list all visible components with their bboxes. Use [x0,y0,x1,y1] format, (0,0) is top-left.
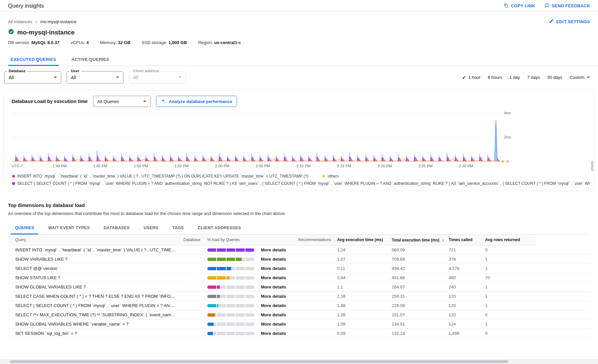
load-bar-segment [245,276,254,280]
total-execution-time-cell: 259.31 [388,292,445,301]
dim-tab-tags[interactable]: TAGS [165,221,191,234]
load-bar-fill [207,304,216,307]
meta-value: us-central1-c [214,40,241,45]
chevron-down-icon [116,77,119,78]
svg-text:4ms: 4ms [504,112,511,115]
avg-rows-returned-cell: 1 [482,283,536,292]
more-details-link[interactable]: More details [261,247,286,252]
database-cell [180,283,204,292]
load-percentage-bar [207,258,254,261]
table-header-row: QueryDatabase% load by QueriesRecommenda… [8,234,590,245]
dim-tab-wait-event-types[interactable]: WAIT EVENT TYPES [41,221,97,234]
load-bar-fill [207,295,216,298]
chevron-down-icon [143,101,146,102]
more-details-link[interactable]: More details [261,331,286,336]
column-header-avg-rows-returned[interactable]: Avg rows returned [482,234,536,245]
more-details-link[interactable]: More details [261,285,286,289]
filter-value: All [9,75,14,80]
time-range-7-days[interactable]: 7 days [527,75,540,80]
dim-tab-databases[interactable]: DATABASES [97,221,137,234]
vertical-scrollbar-thumb[interactable] [591,161,593,171]
filter-user-select[interactable]: UserAll [67,71,124,83]
legend-row: INSERT INTO `mysql` . `heartbeat` ( `id`… [12,174,590,179]
more-details-link[interactable]: More details [261,294,286,299]
analyze-database-performance-button[interactable]: Analyze database performance [156,96,237,107]
column-header-total-execution-time-ms-[interactable]: Total execution time (ms)↓ [388,234,445,245]
load-bar-segment [207,286,216,289]
meta-label: Memory: [100,40,118,45]
more-details-link[interactable]: More details [261,322,286,327]
filter-database-select[interactable]: DatabaseAll [4,71,61,83]
load-bar-segment [226,304,235,307]
svg-text:2:10 PM: 2:10 PM [296,164,311,168]
meta-value: 1,000 GB [169,40,187,45]
more-details-link[interactable]: More details [261,266,286,271]
tab-executed-queries[interactable]: EXECUTED QUERIES [5,53,62,66]
breadcrumb: All instances › mo-mysql-instance [8,19,76,24]
load-bar-fill [207,286,216,289]
database-cell [180,245,204,255]
horizontal-scrollbar-thumb[interactable] [10,360,508,363]
more-details-link[interactable]: More details [261,303,286,308]
total-execution-time-cell: 451.66 [388,273,445,283]
row-padding-cell [536,283,590,292]
page-title: Query insights [8,3,44,9]
time-range-30-days[interactable]: 30 days [547,75,563,80]
load-bar-segment [245,286,254,289]
total-execution-time-cell: 969.09 [388,245,445,255]
time-range-label: Custom [570,75,584,80]
avg-execution-time-cell: 1.88 [334,301,388,310]
load-bar-segment [217,286,226,289]
breadcrumb-all-instances[interactable]: All instances [8,19,32,24]
times-called-cell: 1,496 [445,329,482,338]
more-details-link[interactable]: More details [261,312,286,317]
column-header-times-called[interactable]: Times called [445,234,482,245]
tab-active-queries[interactable]: ACTIVE QUERIES [66,53,115,66]
load-percentage-bar [207,267,254,270]
filter-label: Database [7,69,27,73]
times-called-cell: 4,578 [445,264,482,273]
load-bar-fill [226,267,231,270]
load-bar-segment [226,313,235,317]
meta-label: Region: [198,40,214,45]
more-details-cell: More details [258,264,295,273]
load-bar-fill [245,248,254,252]
more-details-link[interactable]: More details [261,275,286,280]
dim-tab-users[interactable]: USERS [137,221,166,234]
chevron-down-icon [178,77,181,78]
table-row: SELECT /*+ MAX_EXECUTION_TIME (?) */ `SU… [8,310,590,320]
query-cell: SHOW GLOBAL VARIABLES LIKE ? [8,283,180,292]
load-bar-fill [207,313,215,317]
dim-tab-queries[interactable]: QUERIES [8,221,41,234]
recommendations-cell [295,292,334,301]
avg-rows-returned-cell: 0 [482,245,536,255]
time-range-custom[interactable]: Custom [570,75,590,80]
edit-settings-button[interactable]: EDIT SETTINGS [549,19,590,25]
avg-execution-time-cell: 0.09 [334,329,388,338]
column-header-label: Query [15,237,26,242]
more-details-link[interactable]: More details [261,257,286,262]
database-cell [180,320,204,329]
time-range-6-hours[interactable]: 6 hours [488,75,502,80]
query-cell: SHOW VARIABLES LIKE ? [8,255,180,264]
time-range-label: 6 hours [488,75,502,80]
edit-settings-label: EDIT SETTINGS [556,19,590,24]
legend-star-marker: ★ [322,175,325,178]
load-bar-segment [226,267,235,270]
column-header-label: Database [183,237,200,242]
send-feedback-button[interactable]: SEND FEEDBACK [544,3,590,9]
dim-tab-client-addresses[interactable]: CLIENT ADDRESSES [191,221,248,234]
load-bar-cell [204,283,258,292]
query-filter-select[interactable]: All Queries [93,96,151,107]
load-bar-segment [245,323,254,326]
load-bar-fill [226,248,235,252]
load-bar-segment [217,332,226,335]
time-range-1-day[interactable]: 1 day [510,75,520,80]
load-bar-segment [207,304,216,307]
column-header-avg-execution-time-ms-[interactable]: Avg execution time (ms) [334,234,388,245]
row-padding-cell [536,255,590,264]
database-load-chart[interactable]: UTC-71:40 PM1:45 PM1:50 PM1:55 PM2:00 PM… [12,107,590,171]
copy-link-button[interactable]: COPY LINK [504,3,535,9]
load-bar-cell [204,292,258,301]
time-range-1-hour[interactable]: ✓1 hour [462,75,481,80]
